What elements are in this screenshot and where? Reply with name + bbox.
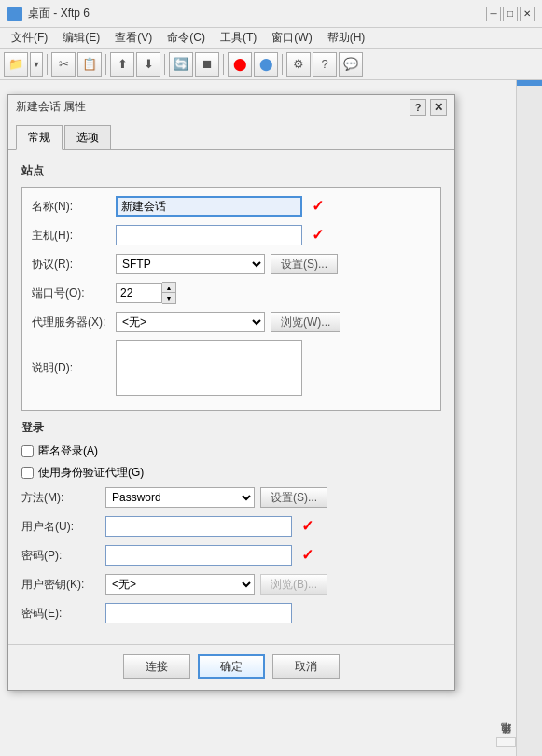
port-field-control: ▲ ▼ (116, 282, 431, 304)
toolbar-cut-icon[interactable]: ✂ (51, 52, 76, 77)
right-panel (516, 80, 542, 756)
port-decrement-button[interactable]: ▼ (162, 293, 175, 303)
toolbar-separator-2 (105, 54, 106, 75)
description-field-control (116, 340, 431, 396)
anonymous-login-checkbox[interactable] (21, 445, 34, 457)
method-field-control: Password Public Key Keyboard Interactive… (105, 487, 441, 508)
port-spinner-input[interactable] (116, 283, 162, 303)
port-field-label: 端口号(O): (32, 286, 116, 301)
user-key-field-row: 用户密钥(K): <无> 浏览(B)... (21, 573, 441, 595)
proxy-field-label: 代理服务器(X): (32, 315, 116, 330)
protocol-field-label: 协议(R): (32, 257, 116, 273)
toolbar-upload-icon[interactable]: ⬆ (110, 52, 134, 77)
passphrase-field-control (105, 603, 441, 623)
menu-help[interactable]: 帮助(H) (320, 28, 373, 48)
password-checkmark-icon: ✓ (301, 548, 313, 563)
proxy-select[interactable]: <无> (116, 312, 265, 332)
host-field-label: 主机(H): (32, 228, 116, 244)
username-checkmark-icon: ✓ (301, 519, 313, 534)
toolbar-connect-red-icon[interactable]: ⬤ (228, 52, 252, 77)
menu-command[interactable]: 命令(C) (160, 28, 213, 48)
menu-view[interactable]: 查看(V) (107, 28, 160, 48)
tab-options[interactable]: 选项 (64, 125, 111, 149)
menu-edit[interactable]: 编辑(E) (55, 28, 107, 48)
login-section-heading: 登录 (21, 420, 441, 436)
toolbar-settings-icon[interactable]: ⚙ (286, 52, 311, 77)
description-field-row: 说明(D): (32, 340, 431, 396)
use-auth-agent-checkbox[interactable] (21, 467, 34, 479)
menu-file[interactable]: 文件(F) (4, 28, 55, 48)
toolbar-new-folder-icon[interactable]: 📁 (4, 52, 28, 77)
host-field-row: 主机(H): ✓ (32, 224, 431, 246)
use-auth-agent-row: 使用身份验证代理(G) (21, 465, 441, 481)
toolbar-stop-icon[interactable]: ⏹ (195, 52, 219, 77)
minimize-button[interactable]: ─ (486, 7, 501, 21)
port-field-row: 端口号(O): ▲ ▼ (32, 282, 431, 304)
proxy-browse-button[interactable]: 浏览(W)... (271, 312, 340, 332)
toolbar-help-icon[interactable]: ? (313, 52, 337, 77)
username-field-row: 用户名(U): ✓ (21, 515, 441, 538)
passphrase-text-input[interactable] (105, 603, 292, 623)
description-textarea[interactable] (116, 340, 302, 396)
maximize-button[interactable]: □ (503, 7, 518, 21)
protocol-settings-button[interactable]: 设置(S)... (271, 254, 338, 274)
user-key-field-control: <无> 浏览(B)... (105, 574, 441, 595)
method-field-row: 方法(M): Password Public Key Keyboard Inte… (21, 486, 441, 509)
user-key-browse-button[interactable]: 浏览(B)... (260, 574, 327, 595)
name-field-label: 名称(N): (32, 199, 116, 215)
menu-bar: 文件(F) 编辑(E) 查看(V) 命令(C) 工具(T) 窗口(W) 帮助(H… (0, 28, 542, 49)
username-field-label: 用户名(U): (21, 519, 105, 535)
toolbar-copy-icon[interactable]: 📋 (77, 52, 102, 77)
anonymous-login-row: 匿名登录(A) (21, 443, 441, 459)
protocol-select[interactable]: SFTP FTP FTPS (116, 254, 265, 274)
passphrase-field-row: 密码(E): (21, 602, 441, 624)
site-section-box: 名称(N): ✓ 主机(H): ✓ 协议(R): (21, 187, 441, 411)
host-checkmark-icon: ✓ (312, 228, 324, 243)
name-field-control: ✓ (116, 196, 431, 217)
dialog-footer: 连接 确定 取消 (8, 644, 454, 690)
password-text-input[interactable] (105, 545, 292, 566)
method-select[interactable]: Password Public Key Keyboard Interactive (105, 487, 255, 508)
dialog-close-button[interactable]: ✕ (430, 99, 447, 116)
passphrase-field-label: 密码(E): (21, 606, 105, 622)
tab-general[interactable]: 常规 (16, 125, 63, 150)
menu-window[interactable]: 窗口(W) (264, 28, 319, 48)
username-text-input[interactable] (105, 516, 292, 537)
bg-content: 本地路径 (460, 80, 516, 756)
cancel-button[interactable]: 取消 (272, 654, 340, 679)
toolbar-separator-3 (164, 54, 165, 75)
window-controls: ─ □ ✕ (486, 7, 535, 21)
password-field-label: 密码(P): (21, 548, 105, 564)
dialog-help-button[interactable]: ? (410, 99, 426, 116)
toolbar-refresh-icon[interactable]: 🔄 (169, 52, 193, 77)
host-field-control: ✓ (116, 225, 431, 245)
toolbar-upload2-icon[interactable]: ⬇ (136, 52, 160, 77)
blue-accent-tab (517, 80, 542, 86)
ok-button[interactable]: 确定 (198, 654, 265, 679)
user-key-select[interactable]: <无> (105, 574, 255, 595)
title-bar: 桌面 - Xftp 6 ─ □ ✕ (0, 0, 542, 28)
toolbar-separator-4 (223, 54, 224, 75)
host-text-input[interactable] (116, 225, 302, 245)
menu-tools[interactable]: 工具(T) (213, 28, 264, 48)
toolbar-chat-icon[interactable]: 💬 (339, 52, 363, 77)
name-field-row: 名称(N): ✓ (32, 195, 431, 217)
password-field-row: 密码(P): ✓ (21, 544, 441, 567)
dialog-tabs: 常规 选项 (8, 119, 454, 150)
method-settings-button[interactable]: 设置(S)... (260, 487, 327, 508)
method-field-label: 方法(M): (21, 490, 105, 506)
toolbar-separator-5 (282, 54, 283, 75)
toolbar-dropdown-icon[interactable]: ▼ (30, 52, 43, 77)
toolbar-connect-blue-icon[interactable]: ⬤ (254, 52, 278, 77)
toolbar: 📁 ▼ ✂ 📋 ⬆ ⬇ 🔄 ⏹ ⬤ ⬤ ⚙ ? 💬 (0, 49, 542, 80)
app-icon (7, 7, 22, 21)
dialog-title-controls: ? ✕ (410, 99, 447, 116)
connect-button[interactable]: 连接 (123, 654, 190, 679)
port-increment-button[interactable]: ▲ (162, 283, 175, 293)
password-field-control: ✓ (105, 545, 441, 566)
close-button[interactable]: ✕ (520, 7, 535, 21)
proxy-field-row: 代理服务器(X): <无> 浏览(W)... (32, 311, 431, 333)
name-text-input[interactable] (116, 196, 302, 217)
dialog-content: 站点 名称(N): ✓ 主机(H): ✓ (8, 150, 454, 640)
dialog-title-bar: 新建会话 属性 ? ✕ (8, 95, 454, 119)
